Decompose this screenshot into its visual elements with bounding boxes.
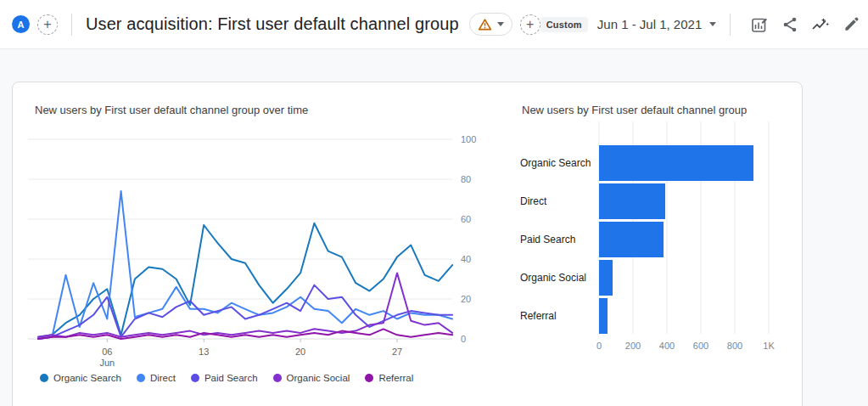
date-range-picker[interactable]: Jun 1 - Jul 1, 2021: [597, 17, 716, 31]
y-axis-label: 80: [461, 174, 471, 184]
x-axis-label: 1K: [763, 341, 775, 351]
line-series-direct[interactable]: [38, 191, 452, 339]
legend-label: Referral: [378, 373, 413, 383]
report-header: A + User acquisition: First user default…: [0, 0, 868, 49]
bar-organic-search[interactable]: [599, 145, 753, 181]
bar-organic-social[interactable]: [599, 260, 613, 296]
legend-dot-icon: [365, 374, 373, 382]
x-axis-label: 400: [659, 341, 675, 351]
bar-chart-title: New users by First user default channel …: [522, 104, 747, 116]
y-axis-label: 60: [461, 214, 471, 224]
legend-dot-icon: [40, 374, 48, 382]
bar-category-label: Organic Social: [520, 272, 586, 284]
x-axis-label: 0: [596, 341, 602, 351]
x-axis-label: 06: [102, 347, 112, 357]
bar-direct[interactable]: [599, 183, 665, 219]
x-axis-label: 27: [392, 347, 402, 357]
y-axis-label: 0: [461, 334, 466, 344]
legend-item: Direct: [137, 373, 176, 383]
x-axis-label: 20: [295, 347, 305, 357]
legend-item: Organic Search: [40, 373, 121, 383]
bar-category-label: Organic Search: [520, 157, 591, 169]
user-acquisition-card: New users by First user default channel …: [12, 82, 803, 406]
edit-button[interactable]: [836, 9, 866, 40]
legend-dot-icon: [191, 374, 199, 382]
x-axis-month-label: Jun: [99, 358, 115, 368]
legend-label: Organic Social: [287, 373, 350, 383]
date-range-type-badge: Custom: [540, 17, 588, 32]
x-axis-label: 13: [199, 347, 209, 357]
edit-icon: [843, 16, 860, 32]
share-button[interactable]: [775, 9, 805, 40]
header-divider: [730, 14, 731, 36]
bar-category-label: Paid Search: [520, 234, 575, 245]
customize-report-button[interactable]: [744, 9, 775, 40]
legend-dot-icon: [273, 374, 282, 382]
chevron-down-icon: [709, 22, 716, 26]
bar-referral[interactable]: [599, 298, 608, 334]
header-divider: [71, 14, 72, 36]
x-axis-label: 800: [727, 341, 742, 351]
customize-report-icon: [751, 16, 768, 33]
x-axis-label: 600: [693, 341, 708, 351]
legend-item: Referral: [365, 373, 413, 383]
chevron-down-icon: [497, 22, 504, 26]
bar-chart-canvas[interactable]: 02004006008001KOrganic SearchDirectPaid …: [520, 120, 800, 359]
insights-button[interactable]: [805, 9, 836, 40]
bar-paid-search[interactable]: [599, 222, 664, 257]
legend-item: Organic Social: [273, 373, 350, 383]
line-chart-legend: Organic SearchDirectPaid SearchOrganic S…: [40, 373, 413, 383]
line-chart-title: New users by First user default channel …: [35, 104, 308, 116]
insights-icon: [811, 16, 830, 33]
page-title: User acquisition: First user default cha…: [86, 14, 459, 34]
legend-label: Paid Search: [204, 373, 258, 383]
add-comparison-button[interactable]: +: [37, 14, 58, 35]
legend-dot-icon: [137, 374, 145, 382]
x-axis-label: 200: [625, 341, 641, 351]
y-axis-label: 20: [461, 294, 471, 304]
line-series-organic-search[interactable]: [38, 223, 452, 337]
bar-category-label: Referral: [520, 310, 557, 322]
data-quality-button[interactable]: [469, 13, 512, 36]
legend-label: Organic Search: [53, 373, 121, 383]
share-icon: [781, 16, 798, 33]
legend-label: Direct: [150, 373, 176, 383]
y-axis-label: 40: [461, 254, 471, 264]
avatar[interactable]: A: [12, 15, 30, 33]
warning-icon: [478, 18, 492, 31]
y-axis-label: 100: [461, 134, 476, 144]
date-range-text: Jun 1 - Jul 1, 2021: [597, 17, 702, 31]
bar-category-label: Direct: [520, 195, 547, 207]
line-chart-canvas[interactable]: 02040608010006Jun132027: [28, 123, 486, 369]
add-metric-button[interactable]: +: [520, 14, 540, 35]
legend-item: Paid Search: [191, 373, 258, 383]
